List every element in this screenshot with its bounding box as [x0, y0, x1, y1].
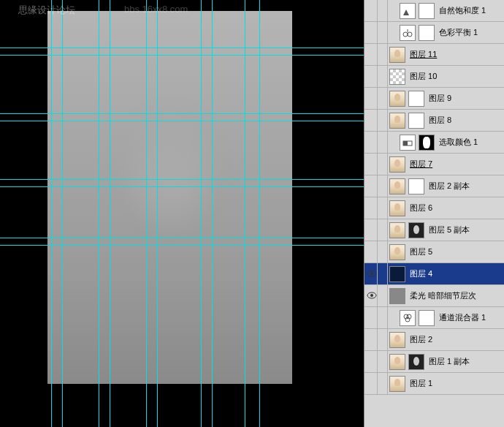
layer-row[interactable]: 图层 11 [364, 44, 504, 66]
visibility-toggle[interactable] [366, 263, 378, 284]
layer-row[interactable]: 图层 6 [364, 197, 504, 219]
layer-name-label[interactable]: 图层 1 [410, 378, 432, 389]
layer-thumbnail[interactable] [389, 222, 405, 238]
lock-column[interactable] [378, 241, 388, 262]
adjustment-icon[interactable] [400, 25, 416, 41]
guide-vertical[interactable] [201, 0, 202, 427]
lock-column[interactable] [378, 197, 388, 219]
layer-row[interactable]: 图层 5 副本 [364, 219, 504, 241]
layer-thumbnail[interactable] [389, 244, 405, 260]
guide-vertical[interactable] [259, 0, 260, 427]
layer-row[interactable]: 图层 9 [364, 88, 504, 110]
lock-column[interactable] [378, 373, 388, 394]
guide-vertical[interactable] [157, 0, 158, 427]
visibility-toggle[interactable] [366, 197, 378, 219]
layer-name-label[interactable]: 色彩平衡 1 [439, 27, 478, 38]
layer-mask-thumbnail[interactable] [408, 354, 424, 370]
visibility-toggle[interactable] [366, 66, 378, 87]
layer-name-label[interactable]: 自然饱和度 1 [439, 5, 486, 16]
guide-horizontal[interactable] [0, 238, 364, 238]
lock-column[interactable] [378, 307, 388, 328]
lock-column[interactable] [378, 44, 388, 65]
layer-mask-thumbnail[interactable] [419, 3, 435, 19]
layer-mask-thumbnail[interactable] [408, 113, 424, 129]
layer-thumbnail[interactable] [389, 354, 405, 370]
lock-column[interactable] [378, 0, 388, 21]
layer-name-label[interactable]: 图层 6 [410, 203, 432, 214]
layer-name-label[interactable]: 图层 2 副本 [429, 181, 470, 192]
visibility-toggle[interactable] [366, 132, 378, 153]
layer-name-label[interactable]: 图层 5 副本 [429, 224, 470, 235]
visibility-toggle[interactable] [366, 329, 378, 350]
guide-horizontal[interactable] [0, 186, 364, 187]
layer-thumbnail[interactable] [389, 69, 405, 85]
visibility-toggle[interactable] [366, 110, 378, 131]
guide-horizontal[interactable] [0, 113, 364, 114]
visibility-toggle[interactable] [366, 44, 378, 65]
visibility-toggle[interactable] [366, 307, 378, 328]
guide-vertical[interactable] [110, 0, 110, 427]
layer-row[interactable]: 通道混合器 1 [364, 307, 504, 329]
guide-horizontal[interactable] [0, 55, 364, 56]
layer-mask-thumbnail[interactable] [408, 91, 424, 107]
layer-name-label[interactable]: 通道混合器 1 [439, 312, 486, 323]
layer-row[interactable]: 柔光 暗部细节层次 [364, 285, 504, 307]
layer-row[interactable]: 图层 1 [364, 373, 504, 395]
layer-name-label[interactable]: 图层 8 [429, 115, 451, 126]
layer-row[interactable]: 选取颜色 1 [364, 132, 504, 154]
layer-thumbnail[interactable] [389, 91, 405, 107]
layer-name-label[interactable]: 选取颜色 1 [439, 137, 478, 148]
guide-vertical[interactable] [51, 0, 52, 427]
visibility-toggle[interactable] [366, 154, 378, 175]
layer-thumbnail[interactable] [389, 156, 405, 173]
layer-name-label[interactable]: 图层 5 [410, 246, 432, 257]
layer-row[interactable]: 色彩平衡 1 [364, 22, 504, 44]
visibility-toggle[interactable] [366, 0, 378, 21]
layer-name-label[interactable]: 图层 9 [429, 93, 451, 104]
layer-thumbnail[interactable] [389, 113, 405, 129]
lock-column[interactable] [378, 22, 388, 43]
layer-mask-thumbnail[interactable] [419, 25, 435, 41]
lock-column[interactable] [378, 175, 388, 197]
lock-column[interactable] [378, 351, 388, 372]
lock-column[interactable] [378, 285, 388, 306]
layer-thumbnail[interactable] [389, 288, 405, 304]
layer-mask-thumbnail[interactable] [408, 222, 424, 238]
guide-horizontal[interactable] [0, 179, 364, 180]
visibility-toggle[interactable] [366, 351, 378, 372]
layer-name-label[interactable]: 图层 7 [410, 159, 432, 170]
guide-vertical[interactable] [212, 0, 213, 427]
guide-vertical[interactable] [62, 0, 63, 427]
visibility-toggle[interactable] [366, 22, 378, 43]
layers-panel[interactable]: 自然饱和度 1色彩平衡 1图层 11图层 10图层 9图层 8选取颜色 1图层 … [364, 0, 504, 427]
layer-row[interactable]: 图层 7 [364, 154, 504, 175]
lock-column[interactable] [378, 263, 388, 284]
layer-row[interactable]: 图层 4 [364, 263, 504, 285]
layer-thumbnail[interactable] [389, 178, 405, 194]
layer-thumbnail[interactable] [389, 266, 405, 282]
adjustment-icon[interactable] [400, 310, 416, 326]
layer-row[interactable]: 图层 1 副本 [364, 351, 504, 373]
layer-name-label[interactable]: 图层 1 副本 [429, 356, 470, 367]
layer-row[interactable]: 自然饱和度 1 [364, 0, 504, 22]
visibility-toggle[interactable] [366, 285, 378, 306]
visibility-toggle[interactable] [366, 241, 378, 262]
lock-column[interactable] [378, 132, 388, 153]
guide-vertical[interactable] [99, 0, 99, 427]
layer-thumbnail[interactable] [389, 332, 405, 348]
canvas-area[interactable]: 思缘设计论坛 bbs.16xx8.com [0, 0, 364, 427]
visibility-toggle[interactable] [366, 219, 378, 241]
guide-vertical[interactable] [146, 0, 147, 427]
lock-column[interactable] [378, 219, 388, 241]
lock-column[interactable] [378, 154, 388, 175]
layer-name-label[interactable]: 图层 10 [410, 71, 437, 82]
layer-mask-thumbnail[interactable] [419, 310, 435, 326]
guide-horizontal[interactable] [0, 121, 364, 121]
layer-row[interactable]: 图层 5 [364, 241, 504, 263]
lock-column[interactable] [378, 329, 388, 350]
layer-name-label[interactable]: 图层 11 [410, 49, 437, 60]
visibility-toggle[interactable] [366, 88, 378, 109]
layer-row[interactable]: 图层 2 [364, 329, 504, 351]
adjustment-icon[interactable] [400, 135, 416, 151]
lock-column[interactable] [378, 66, 388, 87]
